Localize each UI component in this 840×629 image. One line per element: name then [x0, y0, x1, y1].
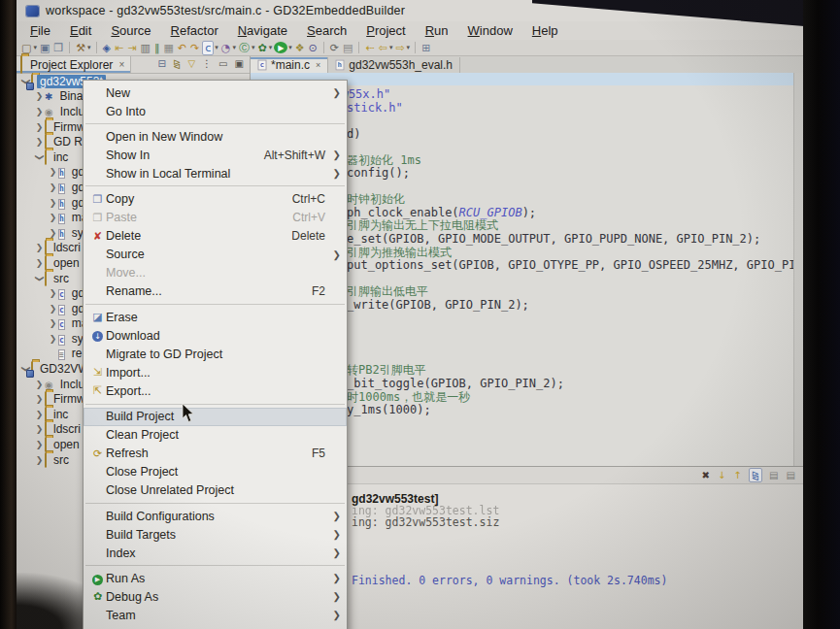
menu-item-show-in-local-terminal[interactable]: Show in Local Terminal❯ — [84, 164, 347, 182]
expand-arrow-icon[interactable]: ❯ — [48, 288, 58, 298]
expand-arrow-icon[interactable]: ❯ — [34, 424, 45, 434]
menu-item-build-configurations[interactable]: Build Configurations❯ — [84, 507, 347, 525]
menu-item-show-in[interactable]: Show InAlt+Shift+W❯ — [84, 146, 347, 164]
search-icon[interactable]: ⊙ — [308, 42, 319, 54]
expand-arrow-icon[interactable]: ❯ — [48, 334, 58, 344]
memory-view-icon[interactable]: ▥ — [140, 42, 151, 54]
expand-arrow-icon[interactable]: ❯ — [48, 318, 58, 328]
tab-main-c[interactable]: c *main.c × — [251, 57, 328, 73]
menu-item-build-project[interactable]: Build Project — [84, 408, 347, 426]
expand-arrow-icon[interactable]: ❯ — [34, 137, 45, 147]
dropdown-caret-icon[interactable]: ▾ — [269, 44, 273, 51]
tab-gd32vw553h-eval-h[interactable]: h gd32vw553h_eval.h — [328, 57, 460, 73]
tab-project-explorer[interactable]: Project Explorer × — [17, 56, 131, 73]
menu-run[interactable]: Run — [416, 23, 458, 38]
scroll-lock-down-icon[interactable]: ↓ — [717, 469, 726, 481]
last-edit-icon[interactable]: ⇠ — [364, 42, 375, 54]
menu-item-clean-project[interactable]: Clean Project — [84, 426, 347, 445]
menu-item-close-project[interactable]: Close Project — [84, 463, 347, 481]
close-icon[interactable]: × — [316, 60, 320, 70]
dropdown-caret-icon[interactable]: ▾ — [288, 44, 292, 51]
debug-as-icon[interactable]: ✿ — [256, 42, 267, 54]
forward-icon[interactable]: ⇨ — [394, 42, 405, 54]
menu-item-debug-as[interactable]: ✿Debug As❯ — [84, 587, 347, 606]
menu-edit[interactable]: Edit — [60, 23, 101, 38]
menu-item-source[interactable]: Source❯ — [84, 246, 347, 264]
step-backward-icon[interactable]: ⇤ — [114, 42, 124, 54]
annotation-icon[interactable]: ▤ — [342, 42, 353, 54]
expand-arrow-icon[interactable]: ❯ — [48, 198, 58, 208]
open-folder-icon[interactable]: ❖ — [294, 42, 306, 54]
dropdown-caret-icon[interactable]: ▾ — [252, 44, 255, 51]
menu-item-run-as[interactable]: ▶Run As❯ — [84, 569, 347, 587]
expand-arrow-icon[interactable]: ❯ — [48, 213, 58, 222]
menu-item-go-into[interactable]: Go Into — [84, 102, 347, 120]
menu-help[interactable]: Help — [522, 23, 568, 38]
dropdown-caret-icon[interactable]: ▾ — [215, 44, 218, 51]
expand-arrow-icon[interactable]: ❯ — [34, 91, 45, 101]
refresh-icon[interactable]: ⟳ — [329, 42, 340, 54]
menu-item-close-unrelated-project[interactable]: Close Unrelated Project — [84, 481, 347, 500]
suspend-icon[interactable]: ‖ — [153, 42, 161, 54]
dropdown-caret-icon[interactable]: ▾ — [407, 44, 411, 51]
expand-arrow-icon[interactable]: ❯ — [34, 380, 45, 389]
menu-item-team[interactable]: Team❯ — [84, 606, 347, 624]
trash-icon[interactable]: ▦ — [162, 42, 174, 54]
menu-source[interactable]: Source — [101, 23, 160, 38]
menu-item-build-targets[interactable]: Build Targets❯ — [84, 525, 347, 544]
menu-item-index[interactable]: Index❯ — [84, 544, 347, 562]
dropdown-caret-icon[interactable]: ▾ — [389, 44, 393, 51]
menu-item-copy[interactable]: ❐CopyCtrl+C — [84, 189, 347, 208]
step-forward-icon[interactable]: ⇥ — [126, 42, 137, 54]
expand-arrow-icon[interactable]: ❯ — [34, 107, 45, 116]
profile-icon[interactable]: ◔ — [220, 42, 232, 54]
scroll-lock-up-icon[interactable]: ↑ — [732, 469, 742, 481]
run-as-icon[interactable]: ▶ — [274, 42, 287, 53]
debug-attach-icon[interactable]: ◈ — [102, 42, 112, 54]
dropdown-caret-icon[interactable]: ▾ — [232, 44, 236, 51]
open-perspective-icon[interactable]: ⊞ — [420, 42, 431, 54]
menu-item-compare-with[interactable]: Compare With❯ — [84, 625, 347, 629]
minimize-icon[interactable]: ▭ — [218, 57, 228, 70]
editor-scrollbar[interactable] — [793, 73, 803, 466]
menu-window[interactable]: Window — [458, 23, 522, 38]
new-wizard-icon[interactable]: ▢ — [20, 42, 32, 54]
expand-arrow-icon[interactable]: ❯ — [34, 258, 45, 268]
link-with-editor-icon[interactable]: ⧎ — [172, 57, 182, 70]
menu-item-delete[interactable]: ✘DeleteDelete — [84, 227, 347, 246]
save-icon[interactable]: ▣ — [39, 42, 50, 54]
expand-arrow-icon[interactable]: ❯ — [34, 440, 45, 449]
menu-item-open-in-new-window[interactable]: Open in New Window — [84, 127, 347, 146]
menu-item-rename[interactable]: Rename...F2 — [84, 282, 347, 301]
redo-icon[interactable]: ↷ — [189, 42, 200, 54]
menu-project[interactable]: Project — [356, 23, 415, 38]
menu-navigate[interactable]: Navigate — [228, 23, 297, 38]
collapse-arrow-icon[interactable]: ❯ — [35, 151, 45, 162]
collapse-arrow-icon[interactable]: ❯ — [35, 273, 45, 283]
save-all-icon[interactable]: ❒ — [52, 42, 64, 54]
expand-arrow-icon[interactable]: ❯ — [34, 122, 45, 132]
coverage-icon[interactable]: Ⓒ — [238, 42, 251, 54]
view-menu-icon[interactable]: ⋮ — [201, 57, 213, 70]
close-icon[interactable]: × — [118, 59, 124, 70]
new-c-project-icon[interactable]: c — [202, 41, 214, 55]
expand-arrow-icon[interactable]: ❯ — [34, 394, 45, 404]
undo-icon[interactable]: ↶ — [177, 42, 187, 54]
expand-arrow-icon[interactable]: ❯ — [48, 167, 58, 177]
display-selected-icon[interactable]: ▤ — [786, 469, 796, 481]
filter-icon[interactable]: ▽ — [186, 57, 196, 70]
collapse-all-icon[interactable]: ⊟ — [157, 57, 167, 70]
menu-item-download[interactable]: ↓Download — [84, 326, 347, 345]
menu-refactor[interactable]: Refactor — [161, 23, 228, 38]
dropdown-caret-icon[interactable]: ▾ — [87, 44, 91, 51]
open-console-icon[interactable]: ▤ — [768, 469, 779, 481]
menu-item-export[interactable]: ⇱Export... — [84, 381, 347, 400]
pin-console-icon[interactable]: ⧎ — [749, 468, 762, 482]
expand-arrow-icon[interactable]: ❯ — [48, 228, 58, 238]
build-hammer-icon[interactable]: ⚒ — [75, 42, 86, 54]
menu-search[interactable]: Search — [297, 23, 356, 38]
dropdown-caret-icon[interactable]: ▾ — [33, 44, 37, 51]
menu-item-import[interactable]: ⇲Import... — [84, 363, 347, 381]
back-icon[interactable]: ⇦ — [378, 42, 388, 54]
menu-item-migrate-to-gd-project[interactable]: Migrate to GD Project — [84, 345, 347, 363]
